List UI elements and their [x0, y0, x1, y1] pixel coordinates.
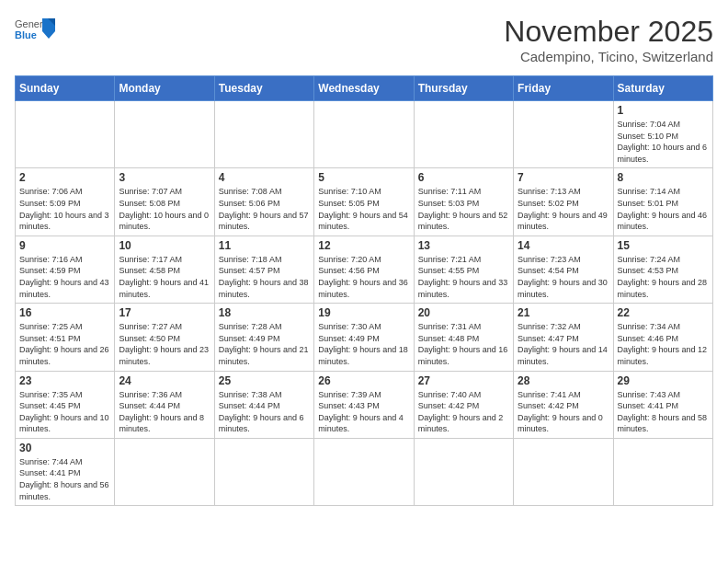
calendar-header-row: SundayMondayTuesdayWednesdayThursdayFrid…: [16, 76, 713, 101]
calendar-body: 1Sunrise: 7:04 AM Sunset: 5:10 PM Daylig…: [16, 101, 713, 506]
day-number: 20: [418, 306, 509, 319]
day-number: 13: [418, 239, 509, 252]
calendar-day-cell: 13Sunrise: 7:21 AM Sunset: 4:55 PM Dayli…: [414, 236, 513, 303]
day-info: Sunrise: 7:28 AM Sunset: 4:49 PM Dayligh…: [219, 321, 310, 367]
logo-svg: General Blue: [15, 15, 55, 48]
day-number: 1: [618, 104, 709, 117]
day-number: 24: [119, 374, 210, 387]
day-number: 23: [19, 374, 110, 387]
calendar-day-cell: 12Sunrise: 7:20 AM Sunset: 4:56 PM Dayli…: [314, 236, 414, 303]
calendar-day-cell: [414, 101, 513, 168]
calendar-day-cell: 2Sunrise: 7:06 AM Sunset: 5:09 PM Daylig…: [16, 168, 115, 236]
day-number: 19: [318, 306, 409, 319]
calendar-day-cell: 21Sunrise: 7:32 AM Sunset: 4:47 PM Dayli…: [514, 304, 613, 371]
calendar-day-cell: 20Sunrise: 7:31 AM Sunset: 4:48 PM Dayli…: [414, 304, 513, 371]
calendar-day-cell: 4Sunrise: 7:08 AM Sunset: 5:06 PM Daylig…: [214, 168, 313, 236]
calendar-week-row: 16Sunrise: 7:25 AM Sunset: 4:51 PM Dayli…: [16, 304, 713, 371]
calendar-day-cell: 29Sunrise: 7:43 AM Sunset: 4:41 PM Dayli…: [613, 371, 712, 438]
day-info: Sunrise: 7:43 AM Sunset: 4:41 PM Dayligh…: [618, 389, 709, 435]
calendar-day-cell: [514, 101, 613, 168]
weekday-header-cell: Sunday: [16, 76, 115, 101]
day-number: 30: [19, 442, 110, 454]
calendar-day-cell: 26Sunrise: 7:39 AM Sunset: 4:43 PM Dayli…: [314, 371, 414, 438]
calendar-week-row: 9Sunrise: 7:16 AM Sunset: 4:59 PM Daylig…: [16, 236, 713, 303]
day-number: 21: [518, 306, 609, 319]
svg-text:Blue: Blue: [15, 29, 37, 40]
day-info: Sunrise: 7:13 AM Sunset: 5:02 PM Dayligh…: [518, 186, 609, 232]
calendar-day-cell: [514, 438, 613, 505]
calendar-day-cell: 15Sunrise: 7:24 AM Sunset: 4:53 PM Dayli…: [613, 236, 712, 303]
weekday-header-cell: Wednesday: [314, 76, 414, 101]
day-info: Sunrise: 7:16 AM Sunset: 4:59 PM Dayligh…: [19, 254, 110, 300]
day-number: 12: [318, 239, 409, 252]
weekday-header-cell: Tuesday: [214, 76, 313, 101]
day-info: Sunrise: 7:44 AM Sunset: 4:41 PM Dayligh…: [19, 456, 110, 502]
day-info: Sunrise: 7:14 AM Sunset: 5:01 PM Dayligh…: [618, 186, 709, 232]
page-header: General Blue November 2025 Cadempino, Ti…: [15, 15, 713, 64]
day-number: 9: [19, 239, 110, 252]
day-number: 5: [318, 171, 409, 184]
day-info: Sunrise: 7:36 AM Sunset: 4:44 PM Dayligh…: [119, 389, 210, 435]
calendar-day-cell: 7Sunrise: 7:13 AM Sunset: 5:02 PM Daylig…: [514, 168, 613, 236]
calendar-day-cell: [16, 101, 115, 168]
day-number: 6: [418, 171, 509, 184]
day-number: 8: [618, 171, 709, 184]
calendar-day-cell: 27Sunrise: 7:40 AM Sunset: 4:42 PM Dayli…: [414, 371, 513, 438]
calendar-day-cell: 1Sunrise: 7:04 AM Sunset: 5:10 PM Daylig…: [613, 101, 712, 168]
calendar-day-cell: 19Sunrise: 7:30 AM Sunset: 4:49 PM Dayli…: [314, 304, 414, 371]
weekday-header-cell: Saturday: [613, 76, 712, 101]
calendar-day-cell: 10Sunrise: 7:17 AM Sunset: 4:58 PM Dayli…: [115, 236, 214, 303]
calendar-day-cell: 30Sunrise: 7:44 AM Sunset: 4:41 PM Dayli…: [16, 438, 115, 505]
day-number: 27: [418, 374, 509, 387]
day-number: 17: [119, 306, 210, 319]
calendar-day-cell: 25Sunrise: 7:38 AM Sunset: 4:44 PM Dayli…: [214, 371, 313, 438]
calendar-day-cell: 17Sunrise: 7:27 AM Sunset: 4:50 PM Dayli…: [115, 304, 214, 371]
day-number: 16: [19, 306, 110, 319]
day-info: Sunrise: 7:18 AM Sunset: 4:57 PM Dayligh…: [219, 254, 310, 300]
calendar-day-cell: [115, 101, 214, 168]
day-number: 14: [518, 239, 609, 252]
calendar-day-cell: 5Sunrise: 7:10 AM Sunset: 5:05 PM Daylig…: [314, 168, 414, 236]
location-title: Cadempino, Ticino, Switzerland: [504, 49, 713, 64]
day-info: Sunrise: 7:21 AM Sunset: 4:55 PM Dayligh…: [418, 254, 509, 300]
calendar-day-cell: 18Sunrise: 7:28 AM Sunset: 4:49 PM Dayli…: [214, 304, 313, 371]
day-info: Sunrise: 7:30 AM Sunset: 4:49 PM Dayligh…: [318, 321, 409, 367]
day-number: 2: [19, 171, 110, 184]
day-number: 11: [219, 239, 310, 252]
day-number: 25: [219, 374, 310, 387]
day-info: Sunrise: 7:39 AM Sunset: 4:43 PM Dayligh…: [318, 389, 409, 435]
day-number: 26: [318, 374, 409, 387]
day-info: Sunrise: 7:10 AM Sunset: 5:05 PM Dayligh…: [318, 186, 409, 232]
logo: General Blue: [15, 15, 55, 48]
day-info: Sunrise: 7:25 AM Sunset: 4:51 PM Dayligh…: [19, 321, 110, 367]
weekday-header-cell: Friday: [514, 76, 613, 101]
day-info: Sunrise: 7:35 AM Sunset: 4:45 PM Dayligh…: [19, 389, 110, 435]
day-number: 22: [618, 306, 709, 319]
day-number: 10: [119, 239, 210, 252]
weekday-header-cell: Monday: [115, 76, 214, 101]
day-info: Sunrise: 7:38 AM Sunset: 4:44 PM Dayligh…: [219, 389, 310, 435]
calendar-week-row: 2Sunrise: 7:06 AM Sunset: 5:09 PM Daylig…: [16, 168, 713, 236]
calendar-week-row: 23Sunrise: 7:35 AM Sunset: 4:45 PM Dayli…: [16, 371, 713, 438]
day-number: 18: [219, 306, 310, 319]
day-info: Sunrise: 7:07 AM Sunset: 5:08 PM Dayligh…: [119, 186, 210, 232]
calendar-day-cell: [214, 101, 313, 168]
calendar-day-cell: [214, 438, 313, 505]
day-info: Sunrise: 7:24 AM Sunset: 4:53 PM Dayligh…: [618, 254, 709, 300]
day-info: Sunrise: 7:31 AM Sunset: 4:48 PM Dayligh…: [418, 321, 509, 367]
calendar-day-cell: [314, 438, 414, 505]
day-info: Sunrise: 7:34 AM Sunset: 4:46 PM Dayligh…: [618, 321, 709, 367]
day-number: 3: [119, 171, 210, 184]
calendar-day-cell: 28Sunrise: 7:41 AM Sunset: 4:42 PM Dayli…: [514, 371, 613, 438]
weekday-header-cell: Thursday: [414, 76, 513, 101]
day-info: Sunrise: 7:11 AM Sunset: 5:03 PM Dayligh…: [418, 186, 509, 232]
day-info: Sunrise: 7:40 AM Sunset: 4:42 PM Dayligh…: [418, 389, 509, 435]
day-info: Sunrise: 7:17 AM Sunset: 4:58 PM Dayligh…: [119, 254, 210, 300]
day-info: Sunrise: 7:32 AM Sunset: 4:47 PM Dayligh…: [518, 321, 609, 367]
day-info: Sunrise: 7:23 AM Sunset: 4:54 PM Dayligh…: [518, 254, 609, 300]
calendar-day-cell: 16Sunrise: 7:25 AM Sunset: 4:51 PM Dayli…: [16, 304, 115, 371]
calendar-day-cell: 3Sunrise: 7:07 AM Sunset: 5:08 PM Daylig…: [115, 168, 214, 236]
calendar-day-cell: 11Sunrise: 7:18 AM Sunset: 4:57 PM Dayli…: [214, 236, 313, 303]
calendar-week-row: 30Sunrise: 7:44 AM Sunset: 4:41 PM Dayli…: [16, 438, 713, 505]
calendar-day-cell: 24Sunrise: 7:36 AM Sunset: 4:44 PM Dayli…: [115, 371, 214, 438]
